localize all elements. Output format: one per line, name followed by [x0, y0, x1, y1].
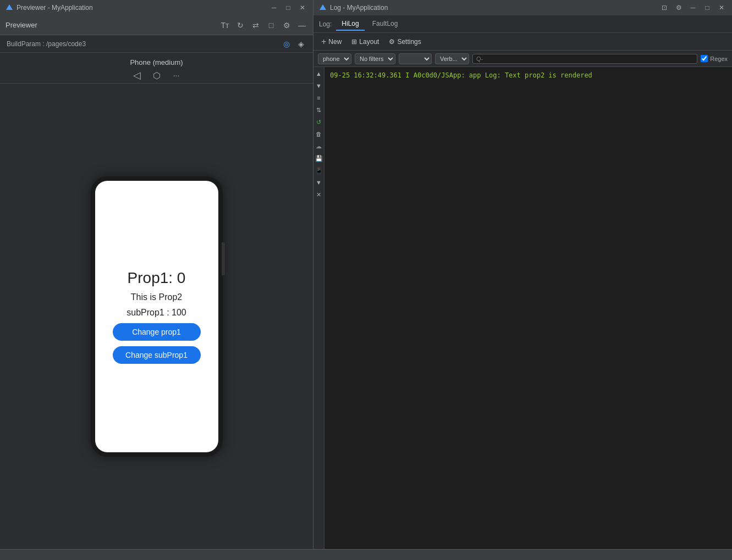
settings-icon[interactable]: ⚙ — [281, 20, 292, 31]
subprop-text: subProp1 : 100 — [126, 308, 186, 318]
path-text: BuildParam : /pages/code3 — [7, 40, 86, 48]
new-button[interactable]: + New — [318, 36, 345, 48]
layout-button[interactable]: ⊞ Layout — [348, 37, 382, 47]
home-btn[interactable]: ⬡ — [151, 70, 162, 81]
previewer-app-icon — [5, 4, 13, 12]
log-entry-1: 09-25 16:32:49.361 I A0c0d0/JSApp: app L… — [330, 70, 727, 81]
minus-icon[interactable]: — — [296, 20, 307, 31]
refresh-green-icon[interactable]: ↺ — [315, 118, 323, 126]
verbosity-filter[interactable]: Verb... — [435, 53, 469, 64]
previewer-content: Prop1: 0 This is Prop2 subProp1 : 100 Ch… — [0, 84, 313, 549]
close-icon[interactable]: ✕ — [315, 190, 323, 199]
rotate-icon[interactable]: ⇄ — [250, 20, 261, 31]
previewer-panel: Previewer Tт ↻ ⇄ □ ⚙ — BuildParam : /pag… — [0, 15, 313, 549]
level-filter[interactable] — [399, 53, 432, 64]
delete-icon[interactable]: 🗑 — [315, 130, 323, 138]
log-window-title: Log - MyApplication — [330, 4, 659, 12]
log-minimize-btn[interactable]: ─ — [688, 3, 698, 13]
scroll-down-icon[interactable]: ▼ — [315, 81, 323, 90]
previewer-maximize-btn[interactable]: □ — [283, 3, 293, 13]
svg-marker-1 — [320, 4, 326, 10]
search-input[interactable] — [472, 54, 697, 64]
file-icon[interactable]: □ — [266, 20, 277, 31]
svg-marker-0 — [6, 4, 13, 10]
log-panel: Log: HiLog FaultLog + New ⊞ Layout ⚙ Set… — [313, 15, 732, 549]
previewer-toolbar: Previewer Tт ↻ ⇄ □ ⚙ — — [0, 15, 313, 35]
refresh-icon[interactable]: ↻ — [235, 20, 246, 31]
log-app-icon — [319, 4, 327, 12]
back-btn[interactable]: ◁ — [131, 70, 142, 81]
log-close-btn[interactable]: ✕ — [717, 3, 727, 13]
tab-faultlog[interactable]: FaultLog — [367, 18, 404, 31]
log-content: 09-25 16:32:49.361 I A0c0d0/JSApp: app L… — [324, 67, 732, 549]
layout-label: Layout — [359, 38, 379, 46]
filter-icon[interactable]: ▼ — [315, 178, 323, 187]
settings-label: Settings — [397, 38, 421, 46]
log-label: Log: — [319, 20, 332, 28]
device-label: Phone (medium) — [130, 58, 183, 66]
font-size-icon[interactable]: Tт — [219, 20, 230, 31]
change-subprop1-btn[interactable]: Change subProp1 — [113, 346, 201, 364]
log-scroll-area: ▲ ▼ ≡ ⇅ ↺ 🗑 ☁ 💾 📱 ▼ ✕ 09-25 16:32:49.361… — [313, 67, 732, 549]
device-filter[interactable]: phone — [318, 53, 351, 64]
tab-hilog[interactable]: HiLog — [336, 18, 364, 31]
previewer-minimize-btn[interactable]: ─ — [269, 3, 279, 13]
settings-button[interactable]: ⚙ Settings — [386, 37, 424, 47]
log-filters: phone No filters Verb... Regex — [313, 51, 732, 67]
regex-label: Regex — [701, 55, 728, 62]
sort-icon[interactable]: ⇅ — [315, 106, 323, 114]
new-plus-icon: + — [321, 37, 326, 47]
eye-icon[interactable]: ◎ — [281, 38, 292, 49]
save-icon[interactable]: 💾 — [315, 154, 323, 163]
regex-text: Regex — [710, 56, 728, 62]
prop2-text: This is Prop2 — [131, 292, 182, 302]
path-bar: BuildParam : /pages/code3 ◎ ◈ — [0, 35, 313, 53]
settings-gear-icon: ⚙ — [389, 38, 395, 46]
wrap-icon[interactable]: ≡ — [315, 93, 323, 102]
layout-icon: ⊞ — [351, 38, 357, 46]
log-tabs-bar: Log: HiLog FaultLog — [313, 15, 732, 33]
phone-icon[interactable]: 📱 — [315, 166, 323, 175]
regex-checkbox[interactable] — [701, 55, 708, 62]
phone-side-button — [222, 242, 225, 275]
previewer-close-btn[interactable]: ✕ — [298, 3, 307, 13]
change-prop1-btn[interactable]: Change prop1 — [113, 323, 201, 341]
no-filters-dropdown[interactable]: No filters — [355, 53, 395, 64]
layers-icon[interactable]: ◈ — [295, 38, 306, 49]
log-side-toolbar: ▲ ▼ ≡ ⇅ ↺ 🗑 ☁ 💾 📱 ▼ ✕ — [313, 67, 324, 549]
previewer-titlebar: Previewer - MyApplication ─ □ ✕ — [0, 0, 313, 15]
more-btn[interactable]: ··· — [171, 70, 182, 81]
scroll-up-icon[interactable]: ▲ — [315, 69, 323, 78]
phone-screen: Prop1: 0 This is Prop2 subProp1 : 100 Ch… — [95, 181, 218, 452]
prop1-text: Prop1: 0 — [128, 269, 186, 287]
previewer-window-title: Previewer - MyApplication — [16, 4, 269, 12]
new-label: New — [328, 38, 342, 46]
phone-mockup: Prop1: 0 This is Prop2 subProp1 : 100 Ch… — [91, 176, 223, 457]
cloud-icon[interactable]: ☁ — [315, 142, 323, 151]
log-settings-icon[interactable]: ⚙ — [674, 3, 684, 13]
log-layout-icon[interactable]: ⊡ — [659, 3, 669, 13]
log-toolbar: + New ⊞ Layout ⚙ Settings — [313, 33, 732, 51]
log-titlebar: Log - MyApplication ⊡ ⚙ ─ □ ✕ — [313, 0, 732, 15]
status-bar — [0, 549, 732, 560]
previewer-panel-title: Previewer — [5, 21, 37, 29]
log-maximize-btn[interactable]: □ — [702, 3, 712, 13]
